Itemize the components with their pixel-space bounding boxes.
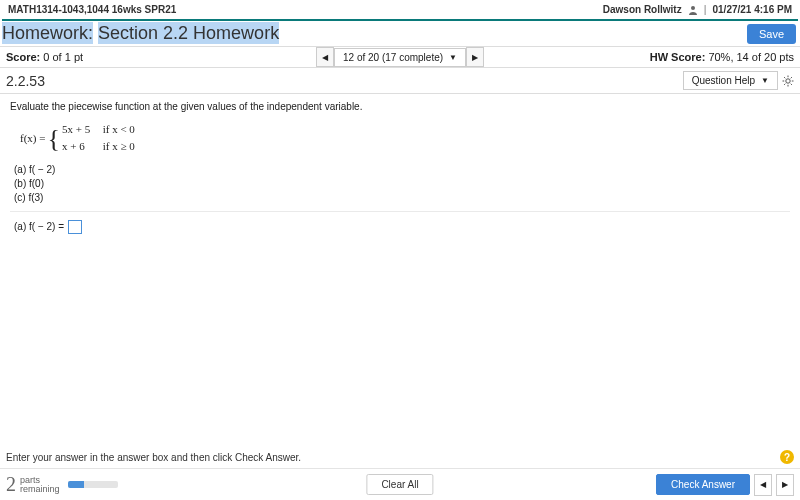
homework-label: Homework: xyxy=(2,22,93,44)
svg-point-1 xyxy=(786,78,790,82)
help-icon[interactable]: ? xyxy=(780,450,794,464)
chevron-left-icon: ◀ xyxy=(322,53,328,62)
nav-text: 12 of 20 (17 complete) xyxy=(343,52,443,63)
instruction-text: Enter your answer in the answer box and … xyxy=(6,452,301,463)
svg-point-0 xyxy=(691,6,695,10)
footer-prev-button[interactable]: ◀ xyxy=(754,474,772,496)
progress-bar xyxy=(68,481,118,488)
parts-text: parts remaining xyxy=(20,476,60,494)
user-icon[interactable] xyxy=(688,5,698,15)
part-a: (a) f( − 2) xyxy=(14,163,790,177)
piecewise-function: f(x) = { 5x + 5 if x < 0 x + 6 if x ≥ 0 xyxy=(20,122,790,155)
fx-label: f(x) = xyxy=(20,131,45,146)
problem-prompt: Evaluate the piecewise function at the g… xyxy=(10,100,790,114)
question-selector[interactable]: 12 of 20 (17 complete) ▼ xyxy=(334,48,466,67)
instruction-row: Enter your answer in the answer box and … xyxy=(0,446,800,468)
prev-question-button[interactable]: ◀ xyxy=(316,47,334,67)
case-1: 5x + 5 if x < 0 xyxy=(62,122,135,137)
footer: Enter your answer in the answer box and … xyxy=(0,446,800,500)
user-name: Dawson Rollwitz xyxy=(603,4,682,15)
answer-label: (a) f( − 2) = xyxy=(14,220,64,234)
homework-title: Homework: Section 2.2 Homework xyxy=(2,23,279,44)
right-actions: Check Answer ◀ ▶ xyxy=(656,474,794,496)
action-row: 2 parts remaining Clear All Check Answer… xyxy=(0,468,800,500)
parts-list: (a) f( − 2) (b) f(0) (c) f(3) xyxy=(14,163,790,205)
gear-icon[interactable] xyxy=(782,75,794,87)
question-number: 2.2.53 xyxy=(6,73,45,89)
score-row: Score: 0 of 1 pt ◀ 12 of 20 (17 complete… xyxy=(0,46,800,68)
question-help-label: Question Help xyxy=(692,75,755,86)
svg-line-7 xyxy=(791,83,792,84)
answer-input[interactable] xyxy=(68,220,82,234)
hw-score: HW Score: 70%, 14 of 20 pts xyxy=(650,51,794,63)
chevron-right-icon: ▶ xyxy=(782,480,788,489)
footer-next-button[interactable]: ▶ xyxy=(776,474,794,496)
chevron-down-icon: ▼ xyxy=(449,53,457,62)
brace-icon: { xyxy=(47,131,59,147)
question-tools: Question Help ▼ xyxy=(683,71,794,90)
content-divider xyxy=(10,211,790,212)
case-2: x + 6 if x ≥ 0 xyxy=(62,139,135,154)
center-actions: Clear All xyxy=(366,474,433,495)
case2-expr: x + 6 xyxy=(62,139,100,154)
remaining-word: remaining xyxy=(20,485,60,494)
svg-line-9 xyxy=(791,77,792,78)
chevron-left-icon: ◀ xyxy=(760,480,766,489)
score-left: Score: 0 of 1 pt xyxy=(6,51,83,63)
question-nav: ◀ 12 of 20 (17 complete) ▼ ▶ xyxy=(316,47,484,67)
check-answer-button[interactable]: Check Answer xyxy=(656,474,750,495)
score-value: 0 of 1 pt xyxy=(43,51,83,63)
case1-cond: if x < 0 xyxy=(103,123,135,135)
divider: | xyxy=(704,4,707,15)
chevron-right-icon: ▶ xyxy=(472,53,478,62)
svg-line-8 xyxy=(784,83,785,84)
answer-line: (a) f( − 2) = xyxy=(14,220,790,234)
homework-row: Homework: Section 2.2 Homework Save xyxy=(0,21,800,46)
next-question-button[interactable]: ▶ xyxy=(466,47,484,67)
homework-name: Section 2.2 Homework xyxy=(98,22,279,44)
course-code: MATH1314-1043,1044 16wks SPR21 xyxy=(8,4,176,15)
problem-content: Evaluate the piecewise function at the g… xyxy=(0,94,800,240)
case1-expr: 5x + 5 xyxy=(62,122,100,137)
hw-score-value: 70%, 14 of 20 pts xyxy=(708,51,794,63)
part-b: (b) f(0) xyxy=(14,177,790,191)
question-help-button[interactable]: Question Help ▼ xyxy=(683,71,778,90)
clear-all-button[interactable]: Clear All xyxy=(366,474,433,495)
case2-cond: if x ≥ 0 xyxy=(103,140,135,152)
svg-line-6 xyxy=(784,77,785,78)
save-button[interactable]: Save xyxy=(747,24,796,44)
progress-fill xyxy=(68,481,85,488)
piecewise-cases: 5x + 5 if x < 0 x + 6 if x ≥ 0 xyxy=(62,122,135,155)
parts-count: 2 xyxy=(6,473,16,496)
part-c: (c) f(3) xyxy=(14,191,790,205)
score-label: Score: xyxy=(6,51,40,63)
parts-remaining: 2 parts remaining xyxy=(6,473,118,496)
chevron-down-icon: ▼ xyxy=(761,76,769,85)
hw-score-label: HW Score: xyxy=(650,51,706,63)
top-bar: MATH1314-1043,1044 16wks SPR21 Dawson Ro… xyxy=(0,0,800,19)
top-right: Dawson Rollwitz | 01/27/21 4:16 PM xyxy=(603,4,792,15)
question-number-row: 2.2.53 Question Help ▼ xyxy=(0,68,800,94)
datetime: 01/27/21 4:16 PM xyxy=(713,4,793,15)
